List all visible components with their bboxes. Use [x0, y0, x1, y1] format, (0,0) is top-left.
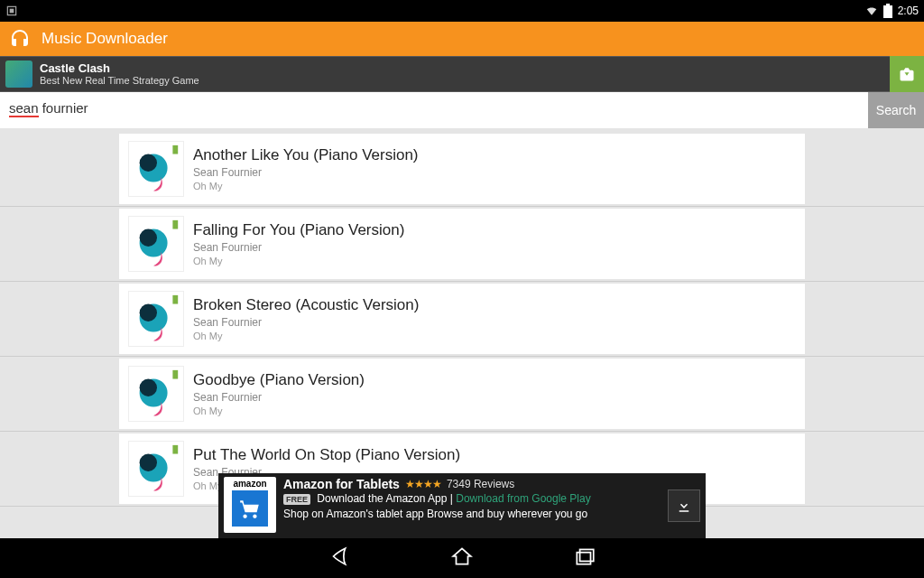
ad-store-link[interactable]: Download from Google Play [456, 492, 590, 505]
svg-rect-19 [172, 370, 178, 379]
result-item[interactable]: Goodbye (Piano Version) Sean Fournier Oh… [119, 359, 805, 429]
track-title: Broken Stereo (Acoustic Version) [193, 295, 796, 315]
track-artist: Sean Fournier [193, 390, 796, 405]
album-art [128, 216, 184, 272]
result-row: Another Like You (Piano Version) Sean Fo… [0, 134, 924, 207]
promo-subtitle: Best New Real Time Strategy Game [40, 75, 199, 87]
ad-free-badge: FREE [283, 494, 310, 505]
result-row: Goodbye (Piano Version) Sean Fournier Oh… [0, 359, 924, 432]
album-art [128, 141, 184, 197]
result-item[interactable]: Broken Stereo (Acoustic Version) Sean Fo… [119, 284, 805, 354]
notification-icon [5, 5, 18, 17]
headphones-icon [9, 28, 31, 50]
status-time: 2:05 [898, 5, 919, 17]
track-artist: Sean Fournier [193, 165, 796, 180]
ad-body: Amazon for Tablets ★★★★ 7349 Reviews FRE… [283, 477, 661, 521]
svg-rect-1 [10, 9, 14, 14]
track-title: Another Like You (Piano Version) [193, 145, 796, 165]
track-title: Falling For You (Piano Version) [193, 220, 796, 240]
svg-point-10 [140, 229, 157, 247]
track-album: Oh My [193, 405, 796, 417]
ad-banner[interactable]: amazon Amazon for Tablets ★★★★ 7349 Revi… [218, 473, 706, 538]
ad-thumb: amazon [224, 477, 276, 533]
svg-rect-7 [172, 145, 178, 154]
system-nav-bar [0, 538, 924, 578]
results-list: Another Like You (Piano Version) Sean Fo… [0, 128, 924, 507]
app-title: Music Downloader [42, 30, 168, 48]
battery-icon [883, 4, 892, 18]
status-bar: 2:05 [0, 0, 924, 22]
svg-point-14 [140, 304, 157, 322]
app-bar: Music Downloader [0, 22, 924, 56]
promo-thumb [5, 61, 32, 88]
track-album: Oh My [193, 330, 796, 342]
track-album: Oh My [193, 255, 796, 267]
svg-point-22 [140, 454, 157, 471]
promo-banner[interactable]: Castle Clash Best New Real Time Strategy… [0, 56, 924, 92]
ad-line2: Download the Amazon App | [317, 492, 453, 505]
track-album: Oh My [193, 180, 796, 192]
svg-rect-2 [883, 5, 892, 18]
svg-rect-11 [172, 220, 178, 229]
track-title: Put The World On Stop (Piano Version) [193, 445, 796, 465]
wifi-icon [865, 5, 878, 17]
track-artist: Sean Fournier [193, 315, 796, 330]
ad-reviews: 7349 Reviews [447, 477, 514, 491]
recents-button[interactable] [573, 545, 596, 572]
search-input[interactable]: sean fournier [0, 92, 868, 128]
album-art [128, 366, 184, 422]
promo-store-button[interactable] [890, 56, 924, 92]
result-item[interactable]: Falling For You (Piano Version) Sean Fou… [119, 209, 805, 279]
back-button[interactable] [328, 545, 351, 572]
promo-title: Castle Clash [40, 61, 199, 75]
ad-line3: Shop on Amazon's tablet app Browse and b… [283, 507, 661, 521]
svg-rect-25 [580, 549, 594, 561]
ad-stars: ★★★★ [405, 477, 441, 491]
home-button[interactable] [450, 545, 474, 572]
svg-rect-15 [172, 295, 178, 304]
result-row: Falling For You (Piano Version) Sean Fou… [0, 209, 924, 282]
ad-download-button[interactable] [668, 489, 700, 522]
svg-rect-3 [886, 4, 890, 5]
search-row: sean fournier Search [0, 92, 924, 128]
track-artist: Sean Fournier [193, 240, 796, 255]
cart-icon [232, 490, 268, 527]
ad-title: Amazon for Tablets [283, 477, 400, 491]
search-button[interactable]: Search [868, 92, 924, 128]
track-title: Goodbye (Piano Version) [193, 370, 796, 390]
svg-point-6 [140, 154, 157, 172]
svg-rect-23 [172, 445, 178, 454]
album-art [128, 291, 184, 347]
svg-point-18 [140, 379, 157, 396]
album-art [128, 441, 184, 497]
result-row: Broken Stereo (Acoustic Version) Sean Fo… [0, 284, 924, 357]
result-item[interactable]: Another Like You (Piano Version) Sean Fo… [119, 134, 805, 204]
svg-rect-24 [577, 553, 590, 564]
